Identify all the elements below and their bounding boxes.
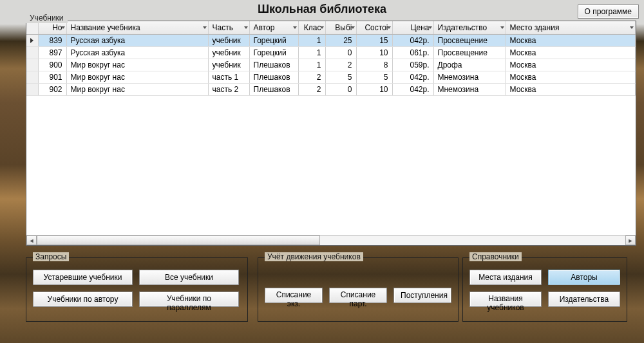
table-row[interactable]: 897Русская азбукаучебникГорецкий1010061р… xyxy=(26,46,636,59)
col-part[interactable]: Часть xyxy=(208,21,249,34)
cell-place: Москва xyxy=(506,59,636,71)
cell-place: Москва xyxy=(506,71,636,83)
refs-legend: Справочники xyxy=(469,252,522,261)
row-marker xyxy=(26,59,38,71)
cell-class: 2 xyxy=(298,83,325,95)
cell-author: Плешаков xyxy=(249,59,298,71)
cell-pub: Мнемозина xyxy=(433,71,506,83)
dropdown-icon[interactable] xyxy=(387,26,391,29)
dropdown-icon[interactable] xyxy=(500,26,504,29)
col-place[interactable]: Место здания xyxy=(506,21,636,34)
cell-num: 902 xyxy=(38,83,66,95)
cell-cond: 8 xyxy=(356,59,392,71)
row-marker xyxy=(26,46,38,59)
dropdown-icon[interactable] xyxy=(630,26,634,29)
cell-pub: Просвещение xyxy=(433,34,506,46)
cell-class: 2 xyxy=(298,71,325,83)
cell-pub: Просвещение xyxy=(433,46,506,59)
dropdown-icon[interactable] xyxy=(320,26,324,29)
scroll-right-icon[interactable]: ► xyxy=(625,236,636,245)
cell-price: 061р. xyxy=(392,46,433,59)
table-row[interactable]: 901Мир вокруг насчасть 1Плешаков255042р.… xyxy=(26,71,636,83)
dropdown-icon[interactable] xyxy=(203,26,207,29)
cell-author: Плешаков xyxy=(249,83,298,95)
authors-button[interactable]: Авторы xyxy=(548,270,620,285)
names-button[interactable]: Названия учебников xyxy=(469,292,542,307)
scroll-track[interactable] xyxy=(37,236,625,245)
cell-part: часть 1 xyxy=(208,71,249,83)
row-marker xyxy=(26,71,38,83)
cell-num: 897 xyxy=(38,46,66,59)
dropdown-icon[interactable] xyxy=(293,26,297,29)
cell-num: 900 xyxy=(38,59,66,71)
cell-class: 1 xyxy=(298,34,325,46)
cell-pub: Мнемозина xyxy=(433,83,506,95)
writeoff-ex-button[interactable]: Списание экз. xyxy=(265,288,323,303)
cell-name: Русская азбука xyxy=(66,46,208,59)
places-button[interactable]: Места издания xyxy=(469,270,542,285)
col-cond[interactable]: Состоі xyxy=(356,21,392,34)
cell-part: учебник xyxy=(208,59,249,71)
cell-part: учебник xyxy=(208,34,249,46)
income-button[interactable]: Поступления xyxy=(393,288,451,303)
col-author[interactable]: Автор xyxy=(249,21,298,34)
cell-num: 839 xyxy=(38,34,66,46)
dropdown-icon[interactable] xyxy=(428,26,432,29)
cell-name: Русская азбука xyxy=(66,34,208,46)
grid-tab-label[interactable]: Учебники xyxy=(26,13,68,23)
outdated-button[interactable]: Устаревшие учебники xyxy=(33,270,133,285)
cell-name: Мир вокруг нас xyxy=(66,59,208,71)
by-author-button[interactable]: Учебники по автору xyxy=(33,292,133,307)
movement-group: Учёт движения учебников Списание экз. Сп… xyxy=(258,257,459,322)
writeoff-batch-button[interactable]: Списание парт. xyxy=(329,288,387,303)
row-marker xyxy=(26,83,38,95)
cell-pub: Дрофа xyxy=(433,59,506,71)
col-name[interactable]: Название учебника xyxy=(66,21,208,34)
cell-out: 5 xyxy=(325,71,356,83)
cell-cond: 5 xyxy=(356,71,392,83)
cell-out: 0 xyxy=(325,46,356,59)
cell-author: Горецкий xyxy=(249,34,298,46)
col-class[interactable]: Клас xyxy=(298,21,325,34)
cell-part: часть 2 xyxy=(208,83,249,95)
col-pub[interactable]: Издательство xyxy=(433,21,506,34)
textbooks-grid: Но Название учебника Часть Автор Клас Вы… xyxy=(26,21,636,246)
dropdown-icon[interactable] xyxy=(244,26,248,29)
cell-price: 042р. xyxy=(392,83,433,95)
cell-author: Горецкий xyxy=(249,46,298,59)
table-row[interactable]: 839Русская азбукаучебникГорецкий12515042… xyxy=(26,34,636,46)
by-parallel-button[interactable]: Учебники по параллелям xyxy=(139,292,239,307)
scroll-left-icon[interactable]: ◄ xyxy=(26,236,37,245)
cell-name: Мир вокруг нас xyxy=(66,71,208,83)
publishers-button[interactable]: Издательства xyxy=(548,292,620,307)
header-row: Но Название учебника Часть Автор Клас Вы… xyxy=(26,21,636,34)
queries-legend: Запросы xyxy=(33,252,69,261)
cell-cond: 10 xyxy=(356,83,392,95)
cell-cond: 10 xyxy=(356,46,392,59)
cell-name: Мир вокруг нас xyxy=(66,83,208,95)
cell-part: учебник xyxy=(208,46,249,59)
cell-price: 042р. xyxy=(392,71,433,83)
dropdown-icon[interactable] xyxy=(351,26,355,29)
all-button[interactable]: Все учебники xyxy=(139,270,239,285)
cell-out: 0 xyxy=(325,83,356,95)
horizontal-scrollbar[interactable]: ◄ ► xyxy=(26,235,636,245)
cell-out: 25 xyxy=(325,34,356,46)
cell-class: 1 xyxy=(298,59,325,71)
col-num[interactable]: Но xyxy=(38,21,66,34)
cell-place: Москва xyxy=(506,83,636,95)
cell-place: Москва xyxy=(506,46,636,59)
table-row[interactable]: 902Мир вокруг насчасть 2Плешаков2010042р… xyxy=(26,83,636,95)
col-price[interactable]: Цена xyxy=(392,21,433,34)
table-row[interactable]: 900Мир вокруг насучебникПлешаков128059р.… xyxy=(26,59,636,71)
cell-cond: 15 xyxy=(356,34,392,46)
about-button[interactable]: О программе xyxy=(578,5,639,19)
scroll-thumb[interactable] xyxy=(37,236,320,245)
dropdown-icon[interactable] xyxy=(61,26,65,29)
col-marker[interactable] xyxy=(26,21,38,34)
cell-class: 1 xyxy=(298,46,325,59)
col-out[interactable]: Выбі xyxy=(325,21,356,34)
cell-num: 901 xyxy=(38,71,66,83)
row-marker xyxy=(26,34,38,46)
cell-place: Москва xyxy=(506,34,636,46)
